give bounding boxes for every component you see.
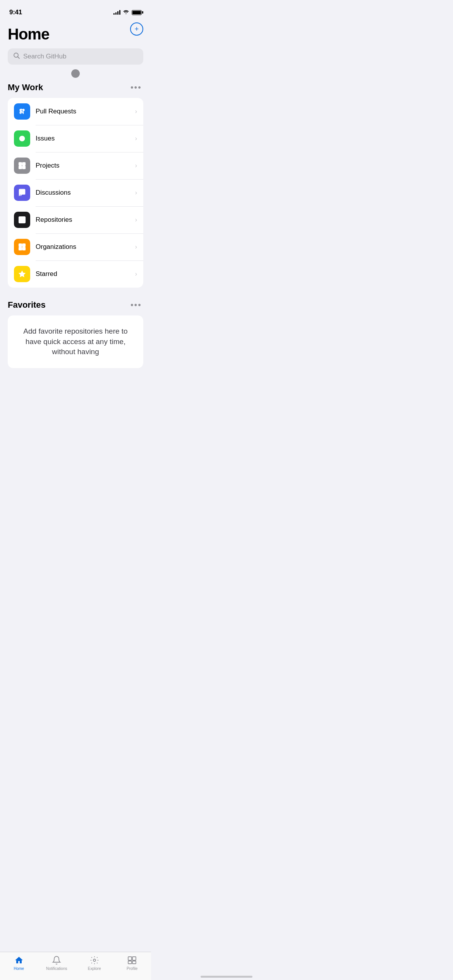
organizations-item[interactable]: Organizations ›: [8, 233, 143, 260]
favorites-section: Favorites ••• Add favorite repositories …: [0, 298, 151, 368]
repositories-icon: [14, 212, 30, 228]
repositories-chevron: ›: [135, 216, 137, 223]
issues-icon: [14, 130, 30, 147]
favorites-empty-text: Add favorite repositories here to have q…: [15, 326, 136, 357]
organizations-label: Organizations: [36, 243, 135, 251]
discussions-icon: [14, 185, 30, 201]
svg-rect-18: [19, 247, 22, 250]
signal-icon: [113, 10, 120, 15]
pull-requests-item[interactable]: Pull Requests ›: [8, 98, 143, 125]
page-title: Home: [8, 26, 143, 43]
projects-chevron: ›: [135, 162, 137, 169]
plus-icon: +: [135, 26, 139, 33]
repositories-label: Repositories: [36, 216, 135, 224]
pull-requests-icon: [14, 103, 30, 120]
svg-line-1: [18, 57, 20, 59]
pull-requests-chevron: ›: [135, 108, 137, 115]
search-container: Search GitHub: [0, 43, 151, 65]
organizations-icon: [14, 239, 30, 255]
my-work-header: My Work •••: [0, 81, 151, 94]
my-work-more-button[interactable]: •••: [129, 81, 143, 94]
search-bar[interactable]: Search GitHub: [8, 48, 143, 65]
pull-requests-label: Pull Requests: [36, 108, 135, 115]
favorites-more-button[interactable]: •••: [129, 298, 143, 312]
svg-point-10: [21, 192, 21, 192]
svg-point-12: [23, 192, 24, 192]
organizations-chevron: ›: [135, 243, 137, 250]
favorites-header: Favorites •••: [0, 298, 151, 312]
starred-label: Starred: [36, 270, 135, 278]
starred-item[interactable]: Starred ›: [8, 260, 143, 288]
starred-icon: [14, 266, 30, 282]
projects-label: Projects: [36, 162, 135, 170]
svg-rect-7: [22, 163, 25, 165]
svg-point-11: [22, 192, 22, 192]
projects-item[interactable]: Projects ›: [8, 152, 143, 179]
starred-chevron: ›: [135, 271, 137, 278]
header-area: + Home: [0, 19, 151, 43]
repositories-item[interactable]: Repositories ›: [8, 206, 143, 233]
discussions-label: Discussions: [36, 189, 135, 197]
svg-rect-17: [22, 244, 25, 247]
issues-chevron: ›: [135, 135, 137, 142]
scroll-indicator: [0, 69, 151, 78]
status-icons: [113, 9, 142, 15]
wifi-icon: [123, 9, 129, 15]
scroll-dot: [71, 69, 80, 78]
favorites-card: Add favorite repositories here to have q…: [8, 315, 143, 368]
battery-icon: [132, 10, 142, 15]
svg-point-5: [21, 138, 23, 140]
svg-rect-8: [19, 166, 22, 169]
svg-rect-6: [19, 163, 22, 165]
svg-rect-13: [19, 217, 26, 223]
discussions-item[interactable]: Discussions ›: [8, 179, 143, 206]
add-button[interactable]: +: [130, 22, 143, 36]
issues-label: Issues: [36, 135, 135, 142]
svg-rect-19: [22, 247, 25, 250]
projects-icon: [14, 158, 30, 174]
status-bar: 9:41: [0, 0, 151, 19]
my-work-title: My Work: [8, 82, 43, 93]
svg-rect-16: [19, 244, 22, 247]
svg-rect-9: [22, 166, 25, 169]
discussions-chevron: ›: [135, 189, 137, 196]
search-placeholder: Search GitHub: [23, 53, 67, 60]
status-time: 9:41: [9, 9, 22, 16]
my-work-card: Pull Requests › Issues ›: [8, 98, 143, 288]
search-icon: [13, 52, 20, 61]
favorites-title: Favorites: [8, 300, 46, 310]
issues-item[interactable]: Issues ›: [8, 125, 143, 152]
